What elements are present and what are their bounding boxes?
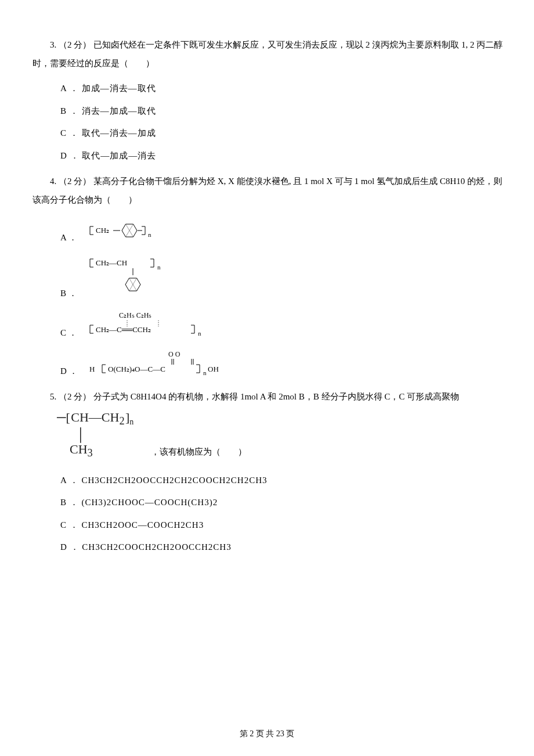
svg-text:n: n [148, 231, 151, 238]
svg-text:n: n [198, 330, 201, 337]
question-4: 4. （2 分） 某高分子化合物干馏后分解为烃 X, X 能使溴水褪色, 且 1… [33, 172, 506, 377]
q3-option-a[interactable]: A ． 加成—消去—取代 [33, 82, 506, 95]
option-label: A ． 加成—消去—取代 [60, 84, 156, 93]
svg-text:H: H [89, 365, 95, 373]
svg-text:OH: OH [208, 365, 219, 373]
svg-text:n: n [203, 369, 207, 376]
polymer-structure-icon: O O H O(CH₂)₄O—C—C n OH [84, 350, 234, 377]
svg-text:CH₂—C══CCH₂: CH₂—C══CCH₂ [96, 325, 151, 334]
svg-text:C₂H₅  C₂H₅: C₂H₅ C₂H₅ [119, 311, 151, 319]
question-5-trail: ，该有机物应为（ ） [134, 445, 247, 460]
q3-option-b[interactable]: B ． 消去—加成—取代 [33, 105, 506, 118]
question-4-stem: 4. （2 分） 某高分子化合物干馏后分解为烃 X, X 能使溴水褪色, 且 1… [33, 172, 506, 209]
polymer-structure-icon: CH₂—CH n [83, 254, 170, 300]
svg-text:CH₂—CH: CH₂—CH [96, 258, 127, 267]
option-label: C ． [60, 326, 77, 340]
q4-option-b[interactable]: B ． CH₂—CH n [33, 254, 506, 300]
q5-option-b[interactable]: B ． (CH3)2CHOOC—COOCH(CH3)2 [33, 496, 506, 509]
polymer-structure-icon: C₂H₅ C₂H₅ CH₂—C══CCH₂ n [83, 310, 211, 339]
option-label: D ． [60, 365, 78, 378]
svg-text:n: n [157, 264, 161, 271]
q5-option-c[interactable]: C ． CH3CH2OOC—COOCH2CH3 [33, 519, 506, 532]
option-label: C ． 取代—消去—加成 [60, 128, 156, 138]
question-3: 3. （2 分） 已知卤代烃在一定条件下既可发生水解反应，又可发生消去反应，现以… [33, 36, 506, 162]
svg-text:CH₂: CH₂ [96, 226, 109, 235]
question-5-stem: 5. （2 分） 分子式为 C8H14O4 的有机物，水解得 1mol A 和 … [33, 388, 506, 406]
question-3-stem: 3. （2 分） 已知卤代烃在一定条件下既可发生水解反应，又可发生消去反应，现以… [33, 36, 506, 73]
option-label: C ． CH3CH2OOC—COOCH2CH3 [60, 520, 204, 530]
svg-text:O(CH₂)₄O—C—C: O(CH₂)₄O—C—C [108, 365, 165, 373]
q4-option-d[interactable]: D ． O O H O(CH₂)₄O—C—C n OH [33, 350, 506, 377]
option-label: A ． [60, 231, 77, 244]
q5-option-d[interactable]: D ． CH3CH2COOCH2CH2OOCCH2CH3 [33, 541, 506, 554]
question-5: 5. （2 分） 分子式为 C8H14O4 的有机物，水解得 1mol A 和 … [33, 388, 506, 554]
polypropylene-structure-icon: ─[ CH—CH2 ]n │ CH3 [57, 410, 134, 460]
option-label: B ． 消去—加成—取代 [60, 106, 156, 116]
q4-option-a[interactable]: A ． CH₂ n [33, 217, 506, 244]
option-label: A ． CH3CH2CH2OOCCH2CH2COOCH2CH2CH3 [60, 476, 268, 485]
option-label: B ． [60, 287, 77, 300]
option-label: D ． 取代—加成—消去 [60, 151, 156, 160]
option-label: D ． CH3CH2COOCH2CH2OOCCH2CH3 [60, 542, 232, 552]
q4-option-c[interactable]: C ． C₂H₅ C₂H₅ CH₂—C══CCH₂ n [33, 310, 506, 339]
q5-option-a[interactable]: A ． CH3CH2CH2OOCCH2CH2COOCH2CH2CH3 [33, 474, 506, 487]
polymer-structure-icon: CH₂ n [83, 217, 164, 244]
page-footer: 第 2 页 共 23 页 [0, 728, 534, 740]
q3-option-d[interactable]: D ． 取代—加成—消去 [33, 149, 506, 163]
option-label: B ． (CH3)2CHOOC—COOCH(CH3)2 [60, 498, 218, 507]
svg-text:O    O: O O [168, 350, 181, 358]
q3-option-c[interactable]: C ． 取代—消去—加成 [33, 127, 506, 140]
